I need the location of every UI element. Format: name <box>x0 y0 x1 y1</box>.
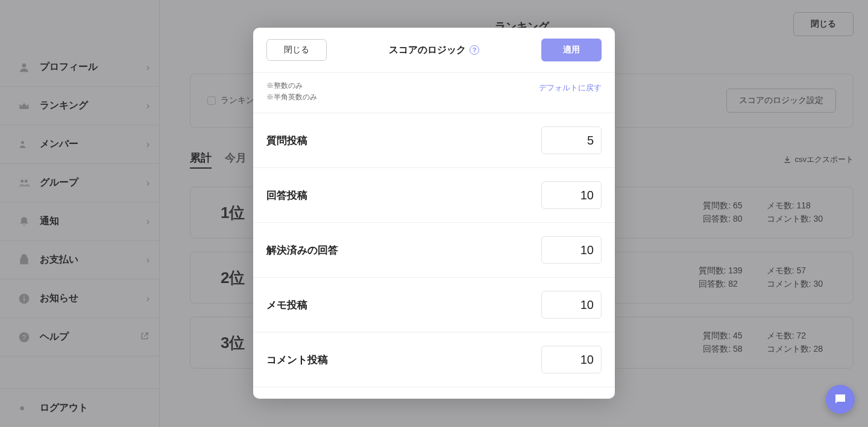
modal-close-button[interactable]: 閉じる <box>266 39 327 61</box>
modal-header: 閉じる スコアのロジック ? 適用 <box>253 28 615 73</box>
reset-to-default-link[interactable]: デフォルトに戻す <box>539 83 602 93</box>
modal-title: スコアのロジック <box>389 44 466 57</box>
modal-body: 質問投稿 回答投稿 解決済みの回答 メモ投稿 コメント投稿 いいね <box>253 113 615 399</box>
score-label: コメント投稿 <box>266 353 328 367</box>
note-line: ※整数のみ <box>266 80 317 92</box>
score-input-comment-post[interactable] <box>541 346 602 373</box>
modal-title-wrap: スコアのロジック ? <box>389 44 479 57</box>
modal-notes: ※整数のみ ※半角英数のみ デフォルトに戻す <box>253 73 615 113</box>
score-logic-modal: 閉じる スコアのロジック ? 適用 ※整数のみ ※半角英数のみ デフォルトに戻す… <box>253 28 615 399</box>
score-input-answer-post[interactable] <box>541 181 602 209</box>
score-row-like: いいね <box>253 387 615 399</box>
score-row-answer-post: 回答投稿 <box>253 168 615 223</box>
modal-apply-button[interactable]: 適用 <box>541 39 602 61</box>
score-label: 回答投稿 <box>266 189 307 202</box>
score-input-memo-post[interactable] <box>541 291 602 319</box>
score-row-question-post: 質問投稿 <box>253 113 615 168</box>
score-label: 解決済みの回答 <box>266 243 338 257</box>
score-row-comment-post: コメント投稿 <box>253 332 615 387</box>
help-icon[interactable]: ? <box>470 45 479 55</box>
score-input-question-post[interactable] <box>541 126 602 154</box>
chat-icon <box>833 392 848 407</box>
score-label: 質問投稿 <box>266 134 307 148</box>
score-row-memo-post: メモ投稿 <box>253 278 615 332</box>
score-label: メモ投稿 <box>266 298 307 312</box>
score-row-resolved-answer: 解決済みの回答 <box>253 223 615 278</box>
notes-text: ※整数のみ ※半角英数のみ <box>266 80 317 103</box>
score-input-resolved-answer[interactable] <box>541 236 602 264</box>
chat-widget-button[interactable] <box>826 385 855 414</box>
note-line: ※半角英数のみ <box>266 92 317 103</box>
